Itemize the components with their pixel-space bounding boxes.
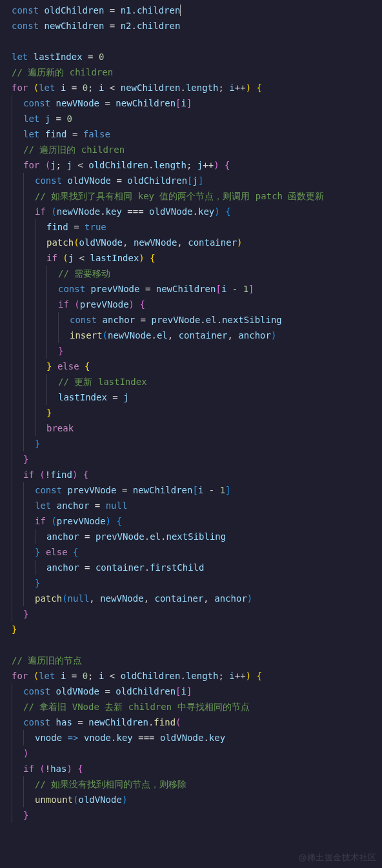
code-line[interactable]: let anchor = null (5, 498, 382, 513)
line-content: const anchor = prevVNode.el.nextSibling (12, 312, 282, 328)
code-line[interactable] (5, 34, 382, 49)
code-line[interactable]: if (prevVNode) { (5, 297, 382, 312)
code-line[interactable]: } (5, 436, 382, 451)
line-content: let j = 0 (12, 111, 72, 126)
indent-guide (23, 436, 24, 451)
indent-guide (23, 591, 24, 606)
indent-guide (23, 792, 24, 807)
indent-guide (23, 498, 24, 513)
code-line[interactable]: // 遍历新的 children (5, 64, 382, 80)
code-line[interactable]: } (5, 405, 382, 420)
code-line[interactable]: patch(null, newVNode, container, anchor) (5, 591, 382, 606)
line-content: lastIndex = j (12, 390, 129, 405)
code-line[interactable]: const has = newChildren.find( (5, 715, 382, 730)
indent-guide (23, 776, 24, 792)
indent-guide (12, 544, 12, 560)
indent-guide (12, 297, 12, 312)
indent-guide (12, 142, 12, 157)
line-content: if (j < lastIndex) { (12, 250, 156, 266)
code-line[interactable]: // 遍历旧的节点 (5, 653, 382, 668)
indent-guide (35, 420, 35, 436)
indent-guide (46, 312, 47, 328)
code-line[interactable]: let lastIndex = 0 (5, 49, 382, 64)
line-content: } (12, 436, 40, 451)
indent-guide (12, 792, 12, 807)
code-line[interactable]: // 需要移动 (5, 266, 382, 281)
code-line[interactable]: const prevVNode = newChildren[i - 1] (5, 482, 382, 498)
code-line[interactable]: for (let i = 0; i < oldChildren.length; … (5, 668, 382, 684)
line-content: let anchor = null (12, 498, 127, 513)
line-content: anchor = container.firstChild (12, 560, 204, 575)
indent-guide (35, 266, 35, 281)
code-line[interactable]: const anchor = prevVNode.el.nextSibling (5, 312, 382, 328)
code-line[interactable]: for (j; j < oldChildren.length; j++) { (5, 157, 382, 173)
code-line[interactable]: // 如果没有找到相同的节点，则移除 (5, 776, 382, 792)
code-line[interactable]: const oldVNode = oldChildren[j] (5, 173, 382, 188)
code-line[interactable]: anchor = prevVNode.el.nextSibling (5, 529, 382, 544)
indent-guide (12, 684, 12, 699)
code-line[interactable]: if (newVNode.key === oldVNode.key) { (5, 204, 382, 219)
line-content: for (let i = 0; i < newChildren.length; … (12, 80, 262, 95)
code-line[interactable]: } (5, 606, 382, 622)
indent-guide (12, 359, 12, 374)
code-line[interactable]: // 如果找到了具有相同 key 值的两个节点，则调用 patch 函数更新 (5, 188, 382, 204)
code-line[interactable]: // 遍历旧的 children (5, 142, 382, 157)
indent-guide (35, 390, 35, 405)
indent-guide (12, 173, 12, 188)
indent-guide (35, 250, 35, 266)
line-content: break (12, 420, 74, 436)
line-content: // 如果没有找到相同的节点，则移除 (12, 776, 186, 792)
code-line[interactable]: if (j < lastIndex) { (5, 250, 382, 266)
code-line[interactable]: ) (5, 745, 382, 761)
code-line[interactable]: const newVNode = newChildren[i] (5, 95, 382, 111)
code-line[interactable]: vnode => vnode.key === oldVNode.key (5, 730, 382, 745)
code-line[interactable]: unmount(oldVNode) (5, 792, 382, 807)
indent-guide (23, 235, 24, 250)
code-line[interactable]: } (5, 343, 382, 359)
line-content: const newChildren = n2.children (12, 18, 180, 34)
code-line[interactable]: } else { (5, 359, 382, 374)
code-line[interactable]: if (prevVNode) { (5, 513, 382, 529)
code-line[interactable]: } (5, 622, 382, 637)
line-content: const oldChildren = n1.children (12, 3, 181, 18)
code-line[interactable]: const newChildren = n2.children (5, 18, 382, 34)
indent-guide (12, 312, 12, 328)
line-content: // 需要移动 (12, 266, 110, 281)
indent-guide (35, 560, 35, 575)
code-line[interactable]: } (5, 807, 382, 823)
code-line[interactable]: insert(newVNode.el, container, anchor) (5, 328, 382, 343)
indent-guide (46, 374, 47, 390)
indent-guide (35, 374, 35, 390)
code-line[interactable]: let j = 0 (5, 111, 382, 126)
code-line[interactable]: const oldVNode = oldChildren[i] (5, 684, 382, 699)
code-line[interactable]: } (5, 451, 382, 467)
code-line[interactable]: // 拿着旧 VNode 去新 children 中寻找相同的节点 (5, 699, 382, 715)
code-line[interactable]: } (5, 575, 382, 591)
line-content: } (12, 343, 63, 359)
indent-guide (23, 359, 24, 374)
code-line[interactable]: anchor = container.firstChild (5, 560, 382, 575)
code-line[interactable] (5, 637, 382, 653)
code-line[interactable]: const oldChildren = n1.children (5, 3, 382, 18)
code-line[interactable]: find = true (5, 219, 382, 235)
indent-guide (35, 297, 35, 312)
code-line[interactable]: if (!find) { (5, 467, 382, 482)
code-line[interactable]: // 更新 lastIndex (5, 374, 382, 390)
code-line[interactable]: patch(oldVNode, newVNode, container) (5, 235, 382, 250)
code-line[interactable]: let find = false (5, 126, 382, 142)
line-content: let find = false (12, 126, 110, 142)
code-editor[interactable]: const oldChildren = n1.childrenconst new… (0, 0, 382, 823)
code-line[interactable]: lastIndex = j (5, 390, 382, 405)
code-line[interactable]: } else { (5, 544, 382, 560)
code-line[interactable]: break (5, 420, 382, 436)
line-content: // 拿着旧 VNode 去新 children 中寻找相同的节点 (12, 699, 250, 715)
line-content: for (j; j < oldChildren.length; j++) { (12, 157, 230, 173)
line-content: // 更新 lastIndex (12, 374, 147, 390)
code-line[interactable]: if (!has) { (5, 761, 382, 776)
code-line[interactable]: for (let i = 0; i < newChildren.length; … (5, 80, 382, 95)
indent-guide (35, 281, 35, 297)
code-line[interactable]: const prevVNode = newChildren[i - 1] (5, 281, 382, 297)
indent-guide (23, 204, 24, 219)
indent-guide (23, 544, 24, 560)
code-content[interactable]: const oldChildren = n1.childrenconst new… (5, 3, 382, 823)
